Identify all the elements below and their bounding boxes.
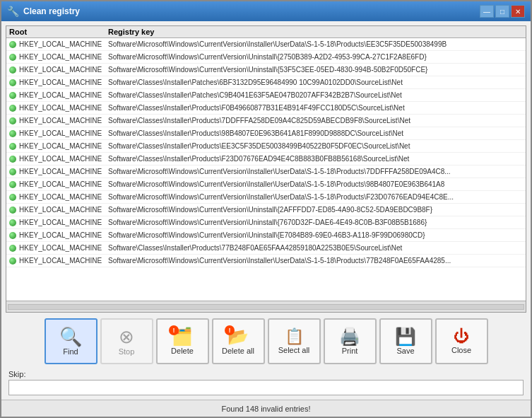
row-key-cell: Software\Microsoft\Windows\CurrentVersio… [108, 66, 523, 74]
root-text: HKEY_LOCAL_MACHINE [19, 168, 102, 175]
row-key-cell: Software\Classes\Installer\Products\98B4… [108, 129, 523, 137]
skip-label: Skip: [8, 370, 524, 378]
table-row[interactable]: HKEY_LOCAL_MACHINE Software\Microsoft\Wi… [6, 166, 526, 178]
table-header: Root Registry key [6, 26, 526, 38]
status-dot [9, 257, 16, 265]
row-key-cell: Software\Microsoft\Windows\CurrentVersio… [108, 180, 523, 188]
row-key-cell: Software\Microsoft\Windows\CurrentVersio… [108, 206, 523, 214]
row-key-cell: Software\Microsoft\Windows\CurrentVersio… [108, 257, 523, 265]
status-dot [9, 232, 16, 239]
title-bar: 🔧 Clean registry — □ ✕ [1, 1, 531, 21]
stop-icon: ⊗ [119, 327, 134, 346]
delete-all-badge: ! [225, 325, 235, 335]
root-text: HKEY_LOCAL_MACHINE [19, 142, 102, 150]
row-key-cell: Software\Classes\Installer\Products\F23D… [108, 155, 523, 163]
status-dot [9, 207, 16, 214]
row-key-cell: Software\Microsoft\Windows\CurrentVersio… [108, 193, 523, 201]
save-icon: 💾 [395, 328, 416, 345]
delete-badge: ! [169, 325, 179, 335]
status-dot [9, 194, 16, 201]
select-all-button[interactable]: 📋 Select all [268, 318, 321, 364]
root-text: HKEY_LOCAL_MACHINE [19, 104, 102, 112]
row-root-cell: HKEY_LOCAL_MACHINE [9, 206, 108, 214]
row-key-cell: Software\Classes\Installer\Products\77B2… [108, 244, 523, 252]
status-dot [9, 168, 16, 175]
window-content: Root Registry key HKEY_LOCAL_MACHINE Sof… [1, 21, 531, 400]
table-row[interactable]: HKEY_LOCAL_MACHINE Software\Microsoft\Wi… [6, 178, 526, 191]
table-row[interactable]: HKEY_LOCAL_MACHINE Software\Classes\Inst… [6, 115, 526, 127]
table-row[interactable]: HKEY_LOCAL_MACHINE Software\Microsoft\Wi… [6, 216, 526, 229]
maximize-button[interactable]: □ [495, 5, 509, 18]
table-row[interactable]: HKEY_LOCAL_MACHINE Software\Microsoft\Wi… [6, 229, 526, 242]
row-key-cell: Software\Classes\Installer\Patches\C9B40… [108, 91, 523, 99]
find-label: Find [63, 347, 78, 356]
minimize-button[interactable]: — [480, 5, 494, 18]
row-root-cell: HKEY_LOCAL_MACHINE [9, 142, 108, 150]
col-header-root: Root [9, 28, 108, 36]
window-close-button[interactable]: ✕ [511, 5, 525, 18]
row-key-cell: Software\Classes\Installer\Products\7DDF… [108, 117, 523, 124]
root-text: HKEY_LOCAL_MACHINE [19, 257, 102, 265]
root-text: HKEY_LOCAL_MACHINE [19, 117, 102, 124]
table-row[interactable]: HKEY_LOCAL_MACHINE Software\Classes\Inst… [6, 127, 526, 140]
root-text: HKEY_LOCAL_MACHINE [19, 206, 102, 214]
row-root-cell: HKEY_LOCAL_MACHINE [9, 168, 108, 175]
root-text: HKEY_LOCAL_MACHINE [19, 180, 102, 188]
status-dot [9, 105, 16, 112]
root-text: HKEY_LOCAL_MACHINE [19, 155, 102, 163]
row-key-cell: Software\Microsoft\Windows\CurrentVersio… [108, 219, 523, 226]
table-row[interactable]: HKEY_LOCAL_MACHINE Software\Classes\Inst… [6, 76, 526, 89]
row-key-cell: Software\Classes\Installer\Patches\6BF31… [108, 79, 523, 86]
delete-all-label: Delete all [222, 347, 254, 355]
status-dot [9, 219, 16, 226]
find-button[interactable]: 🔍 Find [45, 318, 97, 364]
delete-all-button[interactable]: 📂 ! Delete all [212, 318, 265, 364]
table-row[interactable]: HKEY_LOCAL_MACHINE Software\Classes\Inst… [6, 140, 526, 153]
table-row[interactable]: HKEY_LOCAL_MACHINE Software\Microsoft\Wi… [6, 204, 526, 216]
horizontal-scrollbar[interactable] [6, 301, 526, 312]
status-dot [9, 41, 16, 48]
delete-all-icon-wrapper: 📂 ! [227, 328, 249, 345]
print-button[interactable]: 🖨️ Print [324, 318, 377, 364]
status-dot [9, 156, 16, 163]
title-bar-buttons: — □ ✕ [480, 5, 525, 18]
table-row[interactable]: HKEY_LOCAL_MACHINE Software\Microsoft\Wi… [6, 51, 526, 64]
h-scroll-track[interactable] [8, 304, 524, 310]
delete-button[interactable]: 🗂️ ! Delete [156, 318, 209, 364]
table-row[interactable]: HKEY_LOCAL_MACHINE Software\Microsoft\Wi… [6, 255, 526, 267]
row-root-cell: HKEY_LOCAL_MACHINE [9, 79, 108, 86]
table-row[interactable]: HKEY_LOCAL_MACHINE Software\Microsoft\Wi… [6, 191, 526, 204]
skip-input[interactable] [8, 380, 524, 395]
root-text: HKEY_LOCAL_MACHINE [19, 40, 102, 48]
close-icon: ⏻ [454, 329, 469, 344]
table-row[interactable]: HKEY_LOCAL_MACHINE Software\Classes\Inst… [6, 153, 526, 166]
table-row[interactable]: HKEY_LOCAL_MACHINE Software\Classes\Inst… [6, 102, 526, 115]
row-key-cell: Software\Classes\Installer\Products\EE3C… [108, 142, 523, 150]
row-root-cell: HKEY_LOCAL_MACHINE [9, 231, 108, 239]
table-row[interactable]: HKEY_LOCAL_MACHINE Software\Microsoft\Wi… [6, 64, 526, 76]
window-title: Clean registry [23, 6, 80, 16]
row-root-cell: HKEY_LOCAL_MACHINE [9, 66, 108, 74]
delete-label: Delete [171, 347, 194, 355]
status-text: Found 148 invalid entries! [222, 405, 311, 413]
save-label: Save [396, 347, 414, 355]
save-button[interactable]: 💾 Save [379, 318, 432, 364]
status-dot [9, 143, 16, 150]
status-bar: Found 148 invalid entries! [1, 400, 531, 417]
table-row[interactable]: HKEY_LOCAL_MACHINE Software\Microsoft\Wi… [6, 38, 526, 51]
table-row[interactable]: HKEY_LOCAL_MACHINE Software\Classes\Inst… [6, 89, 526, 102]
status-dot [9, 92, 16, 99]
row-key-cell: Software\Microsoft\Windows\CurrentVersio… [108, 40, 523, 48]
table-row[interactable]: HKEY_LOCAL_MACHINE Software\Classes\Inst… [6, 242, 526, 255]
stop-button[interactable]: ⊗ Stop [100, 318, 153, 364]
close-button[interactable]: ⏻ Close [435, 318, 488, 364]
table-body[interactable]: HKEY_LOCAL_MACHINE Software\Microsoft\Wi… [6, 38, 526, 301]
registry-table[interactable]: Root Registry key HKEY_LOCAL_MACHINE Sof… [6, 25, 526, 313]
print-icon: 🖨️ [339, 328, 360, 345]
skip-section: Skip: [6, 370, 526, 395]
row-root-cell: HKEY_LOCAL_MACHINE [9, 53, 108, 61]
close-label: Close [451, 346, 471, 354]
status-dot [9, 54, 16, 61]
row-root-cell: HKEY_LOCAL_MACHINE [9, 155, 108, 163]
status-dot [9, 130, 16, 137]
